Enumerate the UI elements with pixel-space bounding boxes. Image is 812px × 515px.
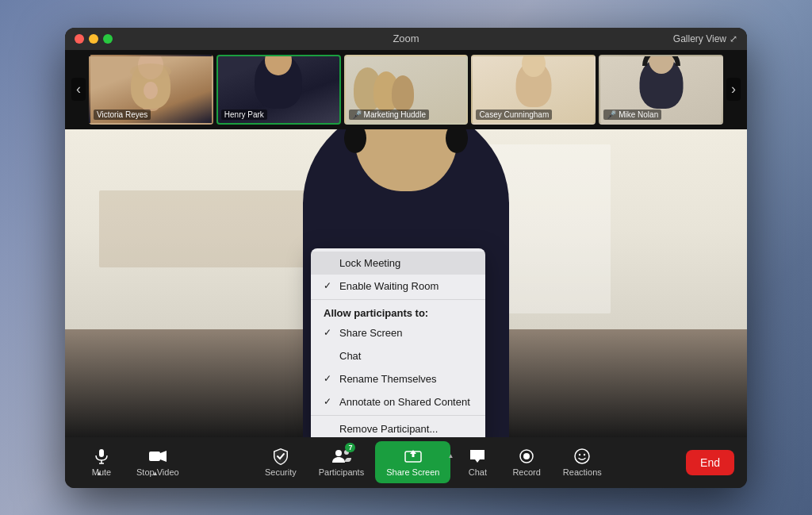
mic-muted-icon-mike: 🎤 <box>607 110 616 119</box>
title-bar: Zoom Gallery View ⤢ <box>65 28 747 50</box>
record-icon <box>515 448 538 465</box>
gallery-view-label: Gallery View <box>673 33 726 44</box>
participants-bar: ‹ Victoria Reyes Henry Park <box>65 50 747 129</box>
enable-waiting-room-label: Enable Waiting Room <box>339 280 439 292</box>
share-screen-icon <box>402 448 424 465</box>
zoom-window: Zoom Gallery View ⤢ ‹ Victoria Reyes <box>65 28 747 488</box>
security-button[interactable]: Security <box>254 443 308 482</box>
mute-arrow[interactable]: ▲ <box>96 470 102 477</box>
svg-point-13 <box>584 454 585 455</box>
participant-thumb-mike[interactable]: 🎤 Mike Nolan <box>599 55 723 125</box>
rename-themselves-item[interactable]: ✓ Rename Themselves <box>311 367 485 390</box>
stop-video-button[interactable]: Stop Video ▲ <box>125 443 190 482</box>
record-button[interactable]: Record <box>501 443 551 482</box>
minimize-button[interactable] <box>89 34 98 44</box>
svg-marker-4 <box>160 451 167 462</box>
share-screen-label: Share Screen <box>386 467 439 477</box>
check-waiting-room: ✓ <box>324 280 335 291</box>
svg-rect-0 <box>99 449 104 457</box>
maximize-button[interactable] <box>103 34 113 44</box>
remove-participant-label: Remove Participant... <box>339 423 438 435</box>
reactions-icon <box>571 448 593 465</box>
lock-meeting-item[interactable]: Lock Meeting <box>311 252 485 275</box>
mic-muted-icon: 🎤 <box>352 110 362 119</box>
participant-thumb-marketing[interactable]: 🎤 Marketing Huddle <box>344 55 469 125</box>
participants-label: Participants <box>319 467 364 477</box>
annotate-label: Annotate on Shared Content <box>339 396 470 408</box>
check-annotate: ✓ <box>324 396 335 407</box>
participant-thumb-victoria[interactable]: Victoria Reyes <box>89 55 213 125</box>
participants-button[interactable]: 7 Participants <box>308 443 375 482</box>
close-button[interactable] <box>75 34 84 44</box>
allow-participants-header: Allow participants to: <box>311 302 485 321</box>
traffic-lights <box>75 34 113 44</box>
chat-label: Chat <box>339 350 361 362</box>
main-video: Lock Meeting ✓ Enable Waiting Room Allow… <box>65 129 747 437</box>
chat-item[interactable]: Chat <box>311 344 485 367</box>
check-share-screen: ✓ <box>324 327 335 338</box>
remove-participant-item[interactable]: Remove Participant... <box>311 417 485 437</box>
annotate-item[interactable]: ✓ Annotate on Shared Content <box>311 390 485 413</box>
toolbar: Mute ▲ Stop Video ▲ <box>65 437 747 488</box>
record-label: Record <box>512 467 540 477</box>
reactions-button[interactable]: Reactions <box>552 443 613 482</box>
lock-meeting-label: Lock Meeting <box>339 257 400 269</box>
participant-thumb-henry[interactable]: Henry Park <box>216 55 341 125</box>
svg-point-11 <box>575 449 589 463</box>
camera-icon <box>147 448 169 465</box>
participants-count-badge: 7 <box>345 443 355 452</box>
gallery-view-button[interactable]: Gallery View ⤢ <box>673 33 737 44</box>
video-arrow[interactable]: ▲ <box>152 470 159 477</box>
security-context-menu: Lock Meeting ✓ Enable Waiting Room Allow… <box>311 248 485 437</box>
check-rename: ✓ <box>324 373 335 384</box>
share-screen-arrow[interactable]: ▲ <box>447 452 454 459</box>
share-screen-item[interactable]: ✓ Share Screen <box>311 321 485 344</box>
menu-separator-1 <box>311 299 485 300</box>
window-title: Zoom <box>393 33 419 44</box>
participant-thumb-casey[interactable]: Casey Cunningham <box>471 55 596 125</box>
svg-point-10 <box>523 453 530 459</box>
desktop: Zoom Gallery View ⤢ ‹ Victoria Reyes <box>0 0 812 515</box>
nav-left-arrow[interactable]: ‹ <box>71 78 86 101</box>
participant-name-henry: Henry Park <box>221 110 267 120</box>
expand-icon: ⤢ <box>730 33 737 44</box>
svg-point-5 <box>335 450 342 456</box>
menu-separator-2 <box>311 415 485 416</box>
participant-name-mike: 🎤 Mike Nolan <box>603 110 661 120</box>
end-button[interactable]: End <box>686 450 734 475</box>
rename-themselves-label: Rename Themselves <box>339 373 437 385</box>
nav-right-arrow[interactable]: › <box>726 78 741 101</box>
share-screen-button[interactable]: Share Screen <box>375 441 450 483</box>
enable-waiting-room-item[interactable]: ✓ Enable Waiting Room <box>311 275 485 298</box>
mute-button[interactable]: Mute ▲ <box>78 443 125 482</box>
svg-point-12 <box>579 454 580 455</box>
share-screen-label: Share Screen <box>339 327 403 339</box>
participants-icon: 7 <box>330 448 352 465</box>
participant-name-casey: Casey Cunningham <box>476 110 552 120</box>
mic-icon <box>90 448 113 465</box>
security-icon <box>270 448 292 465</box>
security-label: Security <box>265 467 297 477</box>
participant-name-marketing: 🎤 Marketing Huddle <box>349 110 429 120</box>
reactions-label: Reactions <box>563 467 602 477</box>
chat-label: Chat <box>469 467 487 477</box>
chat-icon <box>466 448 488 465</box>
chat-button[interactable]: Chat <box>454 443 501 482</box>
participant-name-victoria: Victoria Reyes <box>94 110 151 120</box>
svg-rect-3 <box>149 452 160 461</box>
